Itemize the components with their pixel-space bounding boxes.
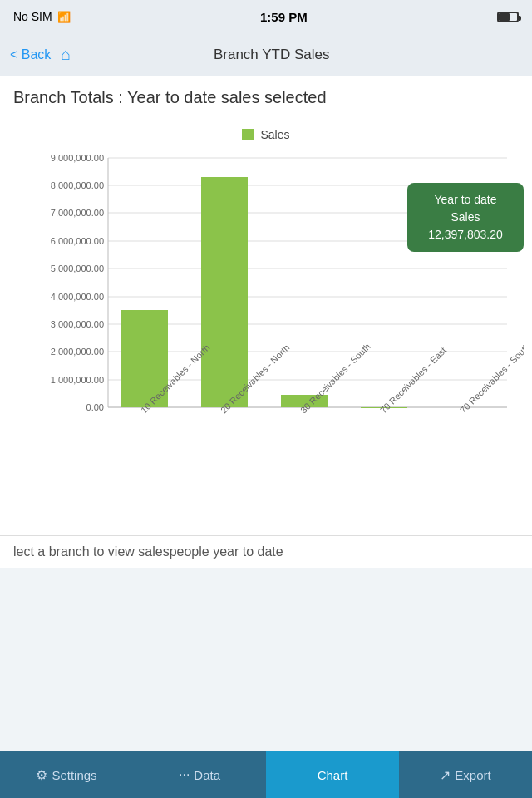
tab-data[interactable]: ··· Data bbox=[133, 751, 266, 798]
tab-bar: ⚙ Settings ··· Data Chart ↗ Export bbox=[0, 751, 532, 798]
chart-container: Sales Year to date Sales 12,397,803.20 9… bbox=[0, 116, 532, 535]
export-icon: ↗ bbox=[440, 767, 451, 783]
battery-fill bbox=[499, 13, 510, 21]
hint-text: lect a branch to view salespeople year t… bbox=[0, 535, 532, 568]
wifi-icon: 📶 bbox=[57, 11, 71, 23]
battery-area bbox=[497, 12, 519, 22]
chart-tooltip: Year to date Sales 12,397,803.20 bbox=[407, 183, 524, 252]
home-button[interactable]: ⌂ bbox=[61, 45, 71, 64]
tab-data-label: Data bbox=[194, 768, 220, 782]
svg-text:7,000,000.00: 7,000,000.00 bbox=[51, 208, 104, 218]
tab-settings[interactable]: ⚙ Settings bbox=[0, 751, 133, 798]
svg-text:0.00: 0.00 bbox=[86, 402, 104, 412]
back-button[interactable]: < Back bbox=[10, 47, 51, 62]
svg-text:1,000,000.00: 1,000,000.00 bbox=[51, 375, 104, 385]
tooltip-line1: Year to date bbox=[419, 191, 512, 209]
legend-color-sales bbox=[242, 129, 254, 140]
tab-export[interactable]: ↗ Export bbox=[399, 751, 532, 798]
svg-text:3,000,000.00: 3,000,000.00 bbox=[51, 319, 104, 329]
svg-text:6,000,000.00: 6,000,000.00 bbox=[51, 236, 104, 246]
svg-text:8,000,000.00: 8,000,000.00 bbox=[51, 180, 104, 190]
bar-north2[interactable] bbox=[201, 177, 248, 407]
svg-text:2,000,000.00: 2,000,000.00 bbox=[51, 347, 104, 357]
tab-chart[interactable]: Chart bbox=[266, 751, 399, 798]
tab-chart-label: Chart bbox=[318, 768, 348, 782]
time-display: 1:59 PM bbox=[260, 10, 308, 24]
page-title: Branch Totals : Year to date sales selec… bbox=[0, 76, 532, 116]
tooltip-line2: Sales bbox=[419, 209, 512, 226]
settings-icon: ⚙ bbox=[36, 767, 47, 783]
svg-text:9,000,000.00: 9,000,000.00 bbox=[51, 153, 104, 163]
chart-legend: Sales bbox=[0, 125, 532, 150]
tab-settings-label: Settings bbox=[52, 768, 96, 782]
back-label: < Back bbox=[10, 47, 51, 62]
nav-title: Branch YTD Sales bbox=[71, 47, 472, 63]
svg-text:30 Receivables - South: 30 Receivables - South bbox=[298, 342, 372, 416]
chart-svg-wrapper: Year to date Sales 12,397,803.20 9,000,0… bbox=[0, 150, 532, 535]
svg-text:70 Receivables - South W: 70 Receivables - South W bbox=[458, 333, 524, 416]
status-left: No SIM 📶 bbox=[13, 10, 71, 23]
status-bar: No SIM 📶 1:59 PM bbox=[0, 0, 532, 33]
tooltip-value: 12,397,803.20 bbox=[419, 226, 512, 244]
data-icon: ··· bbox=[179, 767, 190, 782]
battery-icon bbox=[497, 12, 519, 22]
nav-bar: < Back ⌂ Branch YTD Sales bbox=[0, 33, 532, 76]
carrier-text: No SIM bbox=[13, 10, 52, 23]
svg-text:4,000,000.00: 4,000,000.00 bbox=[51, 292, 104, 302]
tab-export-label: Export bbox=[455, 768, 490, 782]
svg-text:5,000,000.00: 5,000,000.00 bbox=[51, 264, 104, 273]
legend-label-sales: Sales bbox=[260, 128, 289, 141]
